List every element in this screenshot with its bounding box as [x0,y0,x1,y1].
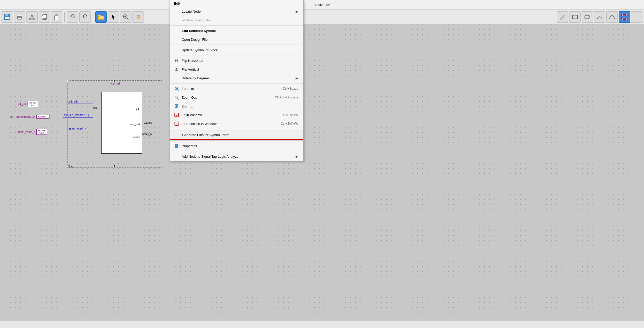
right-toolbar [555,10,644,24]
svg-rect-13 [54,16,58,20]
edit-menu-title: Edit [174,2,180,5]
svg-rect-31 [622,18,623,20]
edit-menu-header: Edit [170,0,303,7]
update-icon [174,47,179,53]
rotate-by-degrees-item[interactable]: Rotate by Degrees ▶ [170,74,303,82]
locate-node-arrow: ▶ [296,10,298,13]
zoom-in-shortcut: Ctrl+Space [283,87,298,90]
context-menu: Edit Locate Node ▶ IP Parameter Editor E… [170,0,304,161]
zoom-out-shortcut: Ctrl+Shift+Space [275,96,298,99]
zoom-out-menu-label: Zoom Out [182,96,197,99]
fit-selection-shortcut: Ctrl+Shift+W [281,122,298,125]
rectangle-button[interactable] [569,11,581,23]
zoom-in-menu-icon [174,86,179,91]
menu-sep7 [170,151,303,151]
svg-rect-58 [175,147,177,147]
ip-icon [174,18,179,23]
arc-button[interactable] [594,11,605,23]
out-led-port-inner: out_led [130,123,140,126]
undo-button[interactable] [67,11,78,23]
sel-tm [113,80,115,82]
fit-in-window-item[interactable]: Fit in Window Ctrl+Alt+W [170,111,303,119]
vcc-label: VCC [31,104,35,106]
zoom-item[interactable]: Zoom... [170,102,303,111]
menu-sep6 [170,140,303,141]
properties-label: Properties [182,144,197,148]
print-button[interactable] [14,11,25,23]
reset-n-port-label: reset_n [142,132,152,136]
sep1 [64,12,65,22]
flip-horizontal-item[interactable]: Flip Horizontal [170,56,303,65]
input-label: INPUT [29,102,36,104]
edit-symbol-icon [174,28,179,33]
rotate-arrow: ▶ [296,76,298,80]
paste-button[interactable] [51,11,62,23]
vcc-label2: VCC [39,132,44,134]
locate-node-item[interactable]: Locate Node ▶ [170,7,303,16]
more-tools-button[interactable] [631,11,642,23]
kernel-label: kernel [111,81,120,85]
cut-button[interactable] [26,11,38,23]
update-symbol-item[interactable]: Update Symbol or Block... [170,46,303,54]
svg-line-39 [177,89,179,91]
export-port-label: export [144,121,152,124]
open-design-icon [174,37,179,42]
svg-rect-57 [175,146,177,146]
svg-rect-26 [572,15,578,19]
clk-port-label: clk [93,106,97,109]
menu-sep2 [170,45,303,45]
fit-in-window-label: Fit in Window [182,113,202,117]
svg-rect-29 [622,14,623,16]
out-led-export-io-block: out_led_export[7..0] OUTPUT [10,115,49,119]
svg-rect-14 [55,15,58,16]
out-led-output-box: OUTPUT [36,115,49,119]
generate-pins-item[interactable]: Generate Pins for Symbol Ports [170,130,303,140]
flip-vertical-item[interactable]: Flip Vertical [170,65,303,74]
svg-rect-1 [5,14,8,16]
clk-clk-label: clk_clk [18,103,27,106]
flip-h-icon [174,58,179,63]
locate-node-label: Locate Node [182,10,201,13]
clk-port-inner: clk [136,108,140,111]
flip-horizontal-label: Flip Horizontal [182,59,203,63]
open-design-file-item[interactable]: Open Design File [170,35,303,44]
edit-selected-symbol-item[interactable]: Edit Selected Symbol [170,26,303,35]
add-node-signal-tap-item[interactable]: Add Node to Signal Tap Logic Analyzer ▶ [170,152,303,161]
inst-label: inst [69,165,73,168]
svg-rect-4 [18,15,21,16]
zoom-out-item[interactable]: Zoom Out Ctrl+Shift+Space [170,93,303,102]
redo-button[interactable] [79,11,91,23]
svg-marker-20 [112,14,115,20]
hand-tool-button[interactable] [132,11,144,23]
fit-window-icon [174,112,179,117]
zoom-menu-label: Zoom... [182,104,193,108]
flip-v-icon [174,67,179,72]
svg-rect-5 [18,18,21,19]
sel-bl [67,165,69,167]
reset-port-inner: reset [133,136,140,139]
save-button[interactable] [2,11,13,23]
update-symbol-label: Update Symbol or Block... [182,48,220,52]
zoom-in-menu-label: Zoom In [182,87,194,91]
copy-button[interactable] [39,11,50,23]
canvas-area[interactable]: clk_clk INPUT VCC out_led_export[7..0] O… [0,24,644,321]
selected-shape-button[interactable] [619,11,630,23]
diagonal-line-button[interactable] [557,11,568,23]
zoom-out-menu-icon [174,95,179,100]
title-bar: Block1.bdf* [0,0,644,10]
properties-item[interactable]: Properties [170,141,303,150]
fit-in-window-shortcut: Ctrl+Alt+W [283,113,298,117]
select-tool-button[interactable] [108,11,119,23]
bezier-button[interactable] [606,11,618,23]
svg-marker-52 [176,115,177,116]
zoom-in-item[interactable]: Zoom In Ctrl+Space [170,84,303,93]
fit-selection-in-window-item[interactable]: Fit Selection in Window Ctrl+Shift+W [170,119,303,128]
generate-pins-label: Generate Pins for Symbol Ports [182,133,229,137]
reset-reset-n-label: reset_reset_n [18,130,35,133]
svg-rect-12 [43,14,47,19]
svg-rect-18 [98,15,101,16]
zoom-button[interactable] [120,11,131,23]
open-button[interactable] [95,11,107,23]
ellipse-button[interactable] [582,11,593,23]
zoom-menu-icon [174,104,179,109]
